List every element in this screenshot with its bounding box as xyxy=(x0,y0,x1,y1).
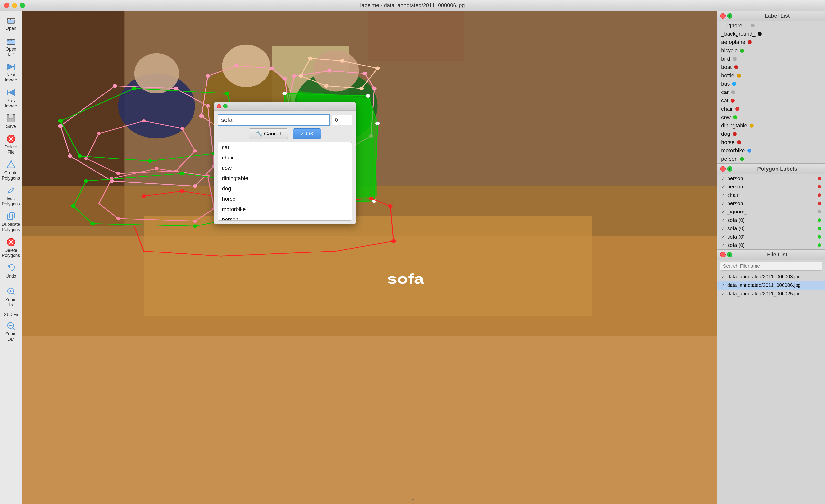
open-label: Open xyxy=(5,26,16,31)
polygon-item[interactable]: ✓ chair xyxy=(717,191,825,199)
svg-point-65 xyxy=(292,74,296,78)
svg-point-123 xyxy=(193,224,197,228)
label-dropdown[interactable]: cat chair cow diningtable dog horse moto… xyxy=(218,142,352,221)
dropdown-item-dog[interactable]: dog xyxy=(218,183,352,194)
polygon-item[interactable]: ✓ person xyxy=(717,199,825,207)
polygon-item[interactable]: ✓ sofa (0) xyxy=(717,224,825,233)
label-number-input[interactable] xyxy=(332,114,352,125)
cancel-button[interactable]: 🔧 Cancel xyxy=(249,128,288,139)
label-item[interactable]: cat xyxy=(717,96,825,105)
polygon-item[interactable]: ✓ sofa (0) xyxy=(717,216,825,224)
polygon-label: sofa (0) xyxy=(727,242,745,248)
polygon-item[interactable]: ✓ person xyxy=(717,183,825,191)
polygon-item[interactable]: ✓ _ignore_ xyxy=(717,207,825,216)
maximize-button[interactable] xyxy=(20,3,25,8)
file-search-input[interactable] xyxy=(720,262,822,271)
polygon-check: ✓ xyxy=(721,242,725,248)
delete-polygons-button[interactable]: DeletePolygons xyxy=(1,236,21,260)
dropdown-item-diningtable[interactable]: diningtable xyxy=(218,173,352,183)
svg-point-40 xyxy=(222,45,270,87)
svg-line-27 xyxy=(13,293,15,295)
polygon-item[interactable]: ✓ person xyxy=(717,174,825,183)
file-item[interactable]: ✓ data_annotated/2011_000003.jpg xyxy=(717,272,825,281)
edit-polygons-button[interactable]: EditPolygons xyxy=(1,184,21,208)
next-image-icon xyxy=(6,62,16,71)
file-ctrl-2[interactable]: + xyxy=(727,252,733,257)
label-name: person xyxy=(721,156,738,162)
label-item-bottle[interactable]: bottle xyxy=(717,71,825,80)
close-button[interactable] xyxy=(4,3,9,8)
label-item-boat[interactable]: boat xyxy=(717,63,825,71)
label-list-ctrl-1[interactable]: − xyxy=(720,13,726,19)
label-item[interactable]: car xyxy=(717,88,825,96)
delete-file-button[interactable]: DeleteFile xyxy=(1,132,21,157)
dropdown-item-cow[interactable]: cow xyxy=(218,163,352,173)
polygon-label: person xyxy=(727,184,743,190)
undo-button[interactable]: Undo xyxy=(1,261,21,281)
polygon-dot xyxy=(818,219,821,222)
polygon-ctrl-1[interactable]: − xyxy=(720,166,726,172)
open-button[interactable]: Open xyxy=(1,14,21,33)
create-polygons-button[interactable]: CreatePolygons xyxy=(1,158,21,183)
duplicate-polygons-button[interactable]: DuplicatePolygons xyxy=(1,209,21,234)
label-name: diningtable xyxy=(721,122,747,129)
create-polygons-icon xyxy=(6,160,16,169)
open-dir-button[interactable]: OpenDir xyxy=(1,34,21,59)
polygon-labels-controls: − + xyxy=(720,166,733,172)
dropdown-item-cat[interactable]: cat xyxy=(218,142,352,153)
zoom-out-button[interactable]: ZoomOut xyxy=(1,319,21,344)
prev-image-button[interactable]: PrevImage xyxy=(1,86,21,111)
svg-point-113 xyxy=(155,167,159,170)
label-item[interactable]: person xyxy=(717,155,825,163)
left-toolbar: Open OpenDir Next Image xyxy=(0,11,22,504)
label-item[interactable]: dog xyxy=(717,130,825,138)
label-item-aeroplane[interactable]: aeroplane xyxy=(717,38,825,47)
label-item[interactable]: bird xyxy=(717,55,825,63)
svg-point-107 xyxy=(193,150,197,152)
polygon-ctrl-2[interactable]: + xyxy=(727,166,733,172)
file-list-controls: − + xyxy=(720,252,733,257)
file-ctrl-1[interactable]: − xyxy=(720,252,726,257)
dropdown-item-chair[interactable]: chair xyxy=(218,153,352,163)
label-item[interactable]: bus xyxy=(717,80,825,88)
file-item[interactable]: ✓ data_annotated/2011_000025.jpg xyxy=(717,289,825,298)
svg-point-56 xyxy=(206,74,210,78)
polygon-dot xyxy=(818,202,821,205)
label-list-controls: − + xyxy=(720,13,733,19)
label-item[interactable]: motorbike xyxy=(717,147,825,155)
ok-button[interactable]: ✓ OK xyxy=(293,128,321,139)
label-item[interactable]: chair xyxy=(717,105,825,113)
dialog-close-button[interactable] xyxy=(217,104,221,108)
canvas-area[interactable]: sofa xyxy=(22,11,717,504)
label-item[interactable]: horse xyxy=(717,138,825,147)
label-item[interactable]: bicycle xyxy=(717,47,825,55)
label-dot xyxy=(733,132,737,136)
minimize-button[interactable] xyxy=(12,3,17,8)
label-dot xyxy=(750,124,754,128)
zoom-in-button[interactable]: ZoomIn xyxy=(1,285,21,310)
polygon-item[interactable]: ✓ sofa (0) xyxy=(717,241,825,249)
dropdown-item-horse[interactable]: horse xyxy=(218,194,352,204)
scroll-down-arrow[interactable]: ⌄ xyxy=(410,494,416,502)
next-image-button[interactable]: Next Image xyxy=(1,60,21,85)
dropdown-item-person[interactable]: person xyxy=(218,215,352,221)
label-dot xyxy=(740,157,744,161)
svg-point-112 xyxy=(110,177,114,180)
svg-line-30 xyxy=(13,328,15,330)
prev-image-label: PrevImage xyxy=(5,98,17,109)
label-item[interactable]: diningtable xyxy=(717,121,825,130)
label-item[interactable]: __ignore__ xyxy=(717,21,825,30)
label-list-ctrl-2[interactable]: + xyxy=(727,13,733,19)
dialog-max-button[interactable] xyxy=(223,104,228,108)
polygon-item[interactable]: ✓ sofa (0) xyxy=(717,233,825,241)
file-item-active[interactable]: ✓ data_annotated/2011_000006.jpg xyxy=(717,281,825,289)
label-dialog[interactable]: 🔧 Cancel ✓ OK cat chair cow diningtable … xyxy=(214,102,356,224)
label-text-input[interactable] xyxy=(218,114,330,126)
label-name: cat xyxy=(721,97,728,104)
label-item[interactable]: cow xyxy=(717,113,825,121)
svg-point-101 xyxy=(388,204,393,208)
save-button[interactable]: Save xyxy=(1,112,21,131)
delete-file-label: DeleteFile xyxy=(4,145,17,155)
label-item[interactable]: _background_ xyxy=(717,30,825,38)
dropdown-item-motorbike[interactable]: motorbike xyxy=(218,204,352,215)
